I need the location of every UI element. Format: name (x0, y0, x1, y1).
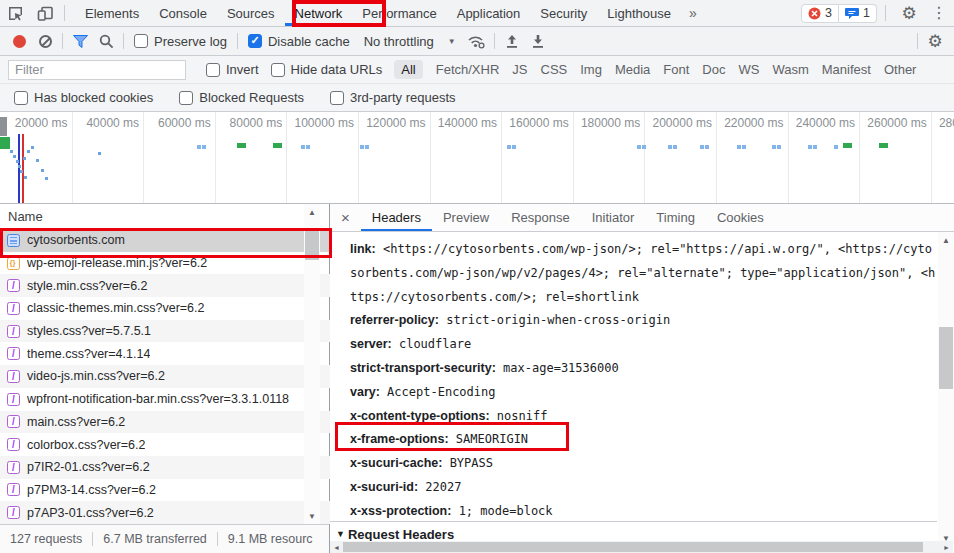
filter-input[interactable] (8, 60, 186, 80)
header-value: BYPASS (442, 456, 493, 470)
scroll-right-icon[interactable]: ► (940, 541, 953, 553)
network-settings-gear-icon[interactable]: ⚙ (922, 28, 948, 54)
network-overview-timeline[interactable]: 20000 ms40000 ms60000 ms80000 ms100000 m… (0, 112, 954, 204)
preserve-log-checkbox[interactable]: Preserve log (128, 34, 233, 49)
details-tab-preview[interactable]: Preview (432, 204, 500, 231)
filter-type-img[interactable]: Img (580, 62, 602, 77)
device-toolbar-icon[interactable] (30, 0, 60, 26)
request-row[interactable]: p7IR2-01.css?ver=6.2 (0, 456, 330, 479)
invert-checkbox[interactable]: Invert (200, 62, 265, 77)
waterfall-mark (742, 145, 746, 149)
checkbox-icon (271, 63, 285, 77)
scrollbar-thumb[interactable] (305, 228, 319, 260)
request-row[interactable]: styles.css?ver=5.7.5.1 (0, 320, 330, 343)
waterfall-mark (18, 134, 20, 203)
request-row[interactable]: cytosorbents.com (0, 229, 330, 252)
tab-security[interactable]: Security (530, 0, 597, 26)
request-row[interactable]: theme.css?ver=4.1.14 (0, 342, 330, 365)
waterfall-mark (10, 150, 13, 153)
header-value: <https://cytosorbents.com/wp-json/>; rel… (350, 242, 935, 304)
filter-type-js[interactable]: JS (512, 62, 527, 77)
checkbox-icon (134, 34, 148, 48)
scrollbar-thumb[interactable] (939, 327, 953, 389)
waterfall-mark (668, 145, 672, 149)
has-blocked-cookies-checkbox[interactable]: Has blocked cookies (8, 90, 159, 105)
tab-network[interactable]: Network (285, 0, 353, 26)
header-value: 1; mode=block (451, 504, 552, 518)
header-line: x-content-type-options: nosniff (350, 405, 937, 429)
filter-type-wasm[interactable]: Wasm (772, 62, 808, 77)
scroll-left-icon[interactable]: ◄ (330, 541, 343, 553)
close-icon[interactable]: × (330, 209, 361, 226)
scroll-up-icon[interactable]: ▲ (304, 204, 320, 220)
filter-type-doc[interactable]: Doc (702, 62, 725, 77)
stylesheet-icon (7, 347, 20, 360)
chevron-down-icon: ▼ (448, 37, 456, 46)
tab-lighthouse[interactable]: Lighthouse (597, 0, 681, 26)
request-row[interactable]: classic-themes.min.css?ver=6.2 (0, 297, 330, 320)
waterfall-mark (16, 160, 19, 163)
search-button[interactable] (93, 28, 119, 54)
tab-performance[interactable]: Performance (352, 0, 446, 26)
details-tab-response[interactable]: Response (500, 204, 581, 231)
filter-type-ws[interactable]: WS (738, 62, 759, 77)
waterfall-mark (27, 150, 30, 153)
blocked-requests-checkbox[interactable]: Blocked Requests (173, 90, 310, 105)
settings-gear-icon[interactable]: ⚙ (894, 0, 924, 26)
scrollbar-thumb[interactable] (343, 542, 923, 552)
scroll-up-icon[interactable]: ▲ (938, 232, 954, 248)
kebab-menu-icon[interactable]: ⋮ (924, 0, 954, 26)
tab-elements[interactable]: Elements (75, 0, 149, 26)
request-row[interactable]: p7PM3-14.css?ver=6.2 (0, 479, 330, 502)
waterfall-mark (705, 145, 709, 149)
details-tab-timing[interactable]: Timing (645, 204, 706, 231)
details-tab-initiator[interactable]: Initiator (581, 204, 646, 231)
filter-type-css[interactable]: CSS (541, 62, 568, 77)
requests-scrollbar[interactable]: ▲ ▼ (304, 204, 320, 524)
import-har-button[interactable] (499, 28, 525, 54)
clear-button[interactable] (32, 28, 58, 54)
name-column-header[interactable]: Name (0, 204, 329, 229)
details-tab-cookies[interactable]: Cookies (706, 204, 775, 231)
hide-data-urls-checkbox[interactable]: Hide data URLs (265, 62, 389, 77)
request-row[interactable]: p7AP3-01.css?ver=6.2 (0, 501, 330, 524)
stylesheet-icon (7, 506, 20, 519)
header-line: server: cloudflare (350, 333, 937, 357)
tab-console[interactable]: Console (149, 0, 217, 26)
details-vertical-scrollbar[interactable]: ▲ ▼ (938, 232, 954, 546)
export-har-button[interactable] (525, 28, 551, 54)
waterfall-mark (777, 145, 781, 149)
filter-type-manifest[interactable]: Manifest (822, 62, 871, 77)
details-tab-headers[interactable]: Headers (361, 204, 432, 231)
request-row[interactable]: style.min.css?ver=6.2 (0, 274, 330, 297)
3rd-party-requests-checkbox[interactable]: 3rd-party requests (324, 90, 462, 105)
filter-type-all[interactable]: All (394, 60, 422, 79)
filter-type-font[interactable]: Font (663, 62, 689, 77)
request-row[interactable]: main.css?ver=6.2 (0, 411, 330, 434)
disable-cache-checkbox[interactable]: Disable cache (242, 34, 356, 49)
filter-type-fetch-xhr[interactable]: Fetch/XHR (436, 62, 500, 77)
request-row[interactable]: colorbox.css?ver=6.2 (0, 433, 330, 456)
throttling-value: No throttling (364, 34, 434, 49)
error-badge[interactable]: 3 (801, 4, 839, 23)
filter-toggle-button[interactable] (67, 28, 93, 54)
network-conditions-button[interactable] (464, 28, 490, 54)
more-panels-chevron[interactable]: » (681, 5, 705, 21)
request-options-bar: Has blocked cookiesBlocked Requests3rd-p… (0, 84, 954, 112)
throttling-dropdown[interactable]: No throttling ▼ (356, 34, 464, 49)
filter-type-media[interactable]: Media (615, 62, 650, 77)
message-badge[interactable]: 1 (839, 4, 877, 23)
tab-application[interactable]: Application (447, 0, 531, 26)
waterfall-mark (23, 157, 26, 160)
request-row[interactable]: video-js.min.css?ver=6.2 (0, 365, 330, 388)
waterfall-mark (700, 145, 704, 149)
request-details-panel: × HeadersPreviewResponseInitiatorTimingC… (330, 204, 954, 553)
request-row[interactable]: wp-emoji-release.min.js?ver=6.2 (0, 252, 330, 275)
request-row[interactable]: wpfront-notification-bar.min.css?ver=3.3… (0, 388, 330, 411)
filter-type-other[interactable]: Other (884, 62, 917, 77)
scroll-down-icon[interactable]: ▼ (304, 508, 320, 524)
details-horizontal-scrollbar[interactable]: ◄ ► (330, 541, 953, 553)
tab-sources[interactable]: Sources (217, 0, 285, 26)
record-button[interactable] (6, 28, 32, 54)
inspect-element-icon[interactable] (0, 0, 30, 26)
